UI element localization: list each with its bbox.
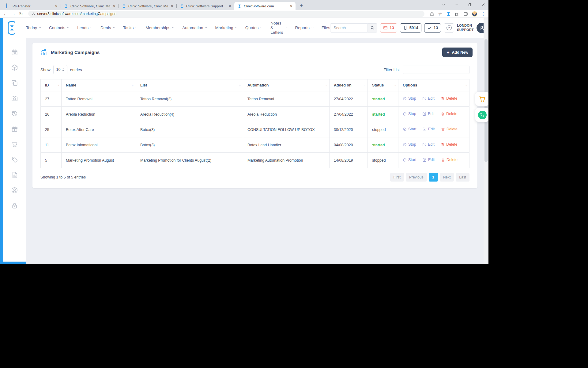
chevron-down-icon[interactable] [442, 3, 446, 7]
nav-marketing[interactable]: Marketing [215, 25, 237, 30]
col-id[interactable]: ID↑↓ [41, 79, 62, 91]
delete-link[interactable]: Delete [441, 142, 457, 147]
back-icon[interactable]: ← [3, 12, 8, 16]
help-button[interactable]: ? [444, 23, 454, 33]
delete-link[interactable]: Delete [441, 112, 457, 116]
minimize-icon[interactable] [455, 3, 459, 7]
nav-notes-letters[interactable]: Notes & Letters [270, 21, 287, 35]
col-status[interactable]: Status↑↓ [368, 79, 398, 91]
edit-link[interactable]: Edit [423, 127, 435, 131]
sort-icon: ↑↓ [239, 84, 240, 87]
page-1[interactable]: 1 [429, 173, 438, 182]
tab-clinicsoftware-active[interactable]: ClinicSoftware.com × [234, 2, 296, 10]
phone-circle [478, 111, 487, 119]
page-next[interactable]: Next [440, 173, 454, 182]
cell-automation: Botox Lead Handler [243, 137, 330, 153]
col-list[interactable]: List↑↓ [136, 79, 243, 91]
page-previous[interactable]: Previous [406, 173, 427, 182]
extensions-puzzle-icon[interactable] [455, 12, 459, 16]
delete-link[interactable]: Delete [441, 96, 457, 101]
nav-tasks[interactable]: Tasks [123, 25, 138, 30]
tab-clinic-support[interactable]: Clinic Software Support × [177, 2, 234, 10]
clinicsoftware-logo[interactable] [8, 21, 16, 35]
stop-link[interactable]: Stop [403, 96, 416, 101]
stop-link[interactable]: Stop [403, 142, 416, 147]
nav-files[interactable]: Files [322, 25, 330, 30]
floating-cart-button[interactable] [475, 92, 488, 106]
calendar-icon[interactable] [11, 49, 18, 56]
cart-icon[interactable] [11, 141, 18, 148]
tab-close-icon[interactable]: × [228, 4, 232, 8]
browser-menu-icon[interactable]: ⋮ [481, 11, 485, 16]
nav-today[interactable]: Today [26, 25, 41, 30]
edit-link[interactable]: Edit [423, 158, 435, 162]
edit-link[interactable]: Edit [422, 112, 435, 116]
page-scrollbar[interactable] [484, 18, 488, 264]
report-icon[interactable] [11, 171, 18, 178]
nav-leads[interactable]: Leads [77, 25, 93, 30]
tab-close-icon[interactable]: × [170, 4, 174, 8]
col-options[interactable]: Options↑↓ [398, 79, 469, 91]
tab-psitransfer[interactable]: PsiTransfer × [3, 2, 61, 10]
plus-icon: + [447, 50, 449, 55]
search-input[interactable] [330, 23, 368, 33]
tab-clinic-1[interactable]: Clinic Software, Clinic Manageme × [61, 2, 119, 10]
forward-icon[interactable]: → [11, 12, 16, 16]
tab-close-icon[interactable]: × [112, 4, 116, 8]
page-size-select[interactable]: 10 [53, 65, 67, 74]
nav-memberships[interactable]: Memberships [145, 25, 175, 30]
reload-icon[interactable]: ↻ [19, 12, 23, 16]
floating-phone-button[interactable] [475, 108, 488, 122]
delete-link[interactable]: Delete [441, 158, 458, 162]
left-accent-strip [0, 18, 3, 264]
start-link[interactable]: Start [403, 127, 416, 131]
edit-link[interactable]: Edit [422, 142, 435, 147]
address-bar[interactable]: server3.clinicsoftware.com/marketingCamp… [28, 11, 424, 17]
history-icon[interactable] [11, 110, 18, 117]
nav-quotes[interactable]: Quotes [245, 25, 263, 30]
close-icon[interactable] [481, 2, 485, 7]
lock-icon[interactable] [11, 202, 18, 209]
share-icon[interactable] [430, 12, 434, 16]
phone-badge[interactable]: 5914 [400, 23, 421, 33]
edit-link[interactable]: Edit [422, 96, 435, 101]
nav-contacts[interactable]: Contacts [49, 25, 70, 30]
nav-automation[interactable]: Automation [182, 25, 207, 30]
cell-added-on: 27/04/2022 [330, 91, 368, 107]
start-link[interactable]: Start [403, 158, 416, 162]
new-tab-button[interactable]: + [298, 2, 305, 9]
page-last[interactable]: Last [456, 173, 469, 182]
hourglass-icon [180, 4, 184, 8]
account-icon[interactable] [11, 187, 18, 194]
col-added-on[interactable]: Added on↑↓ [330, 79, 368, 91]
copy-icon[interactable] [11, 79, 18, 86]
filter-group: Filter List [383, 66, 469, 74]
marketing-campaigns-card: Marketing Campaigns + Add New Show 10 en… [32, 43, 477, 188]
cell-options: Start Edit Delete [398, 153, 469, 168]
price-tag-icon[interactable] [11, 156, 18, 163]
mail-badge[interactable]: 13 [380, 23, 397, 33]
page-first[interactable]: First [390, 173, 404, 182]
stop-link[interactable]: Stop [403, 112, 416, 116]
profile-avatar[interactable] [472, 11, 477, 17]
tab-close-icon[interactable]: × [289, 4, 293, 8]
gift-icon[interactable] [11, 125, 18, 132]
restore-icon[interactable] [468, 3, 472, 7]
filter-input[interactable] [403, 66, 469, 74]
nav-deals[interactable]: Deals [100, 25, 115, 30]
package-icon[interactable] [11, 64, 18, 71]
bookmark-star-icon[interactable]: ☆ [438, 12, 442, 16]
col-automation[interactable]: Automation↑↓ [243, 79, 330, 91]
hourglass-extension-icon[interactable] [446, 12, 451, 16]
delete-link[interactable]: Delete [441, 127, 458, 131]
status-badge: started [368, 137, 398, 153]
col-name[interactable]: Name↑↓ [62, 79, 136, 91]
camera-icon[interactable] [11, 95, 18, 102]
tab-close-icon[interactable]: × [55, 4, 58, 8]
search-button[interactable] [368, 23, 377, 33]
tasks-badge[interactable]: 13 [424, 23, 441, 33]
nav-reports[interactable]: Reports [295, 25, 314, 30]
tab-clinic-2[interactable]: Clinic Software, Clinic Manageme × [119, 2, 176, 10]
add-new-button[interactable]: + Add New [442, 48, 473, 57]
side-panel-icon[interactable] [463, 12, 468, 16]
